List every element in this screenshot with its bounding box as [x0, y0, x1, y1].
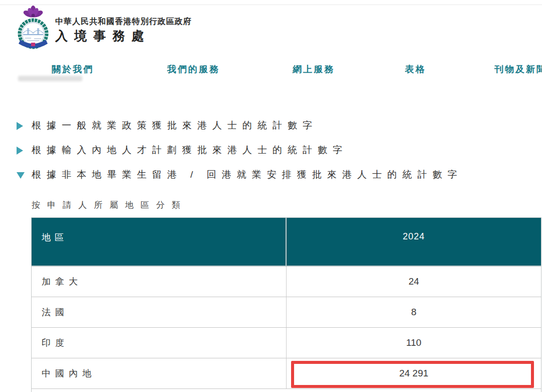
nav-item-forms[interactable]: 表格	[405, 63, 426, 75]
section-general-employment-policy[interactable]: 根據一般就業政策獲批來港人士的統計數字	[17, 119, 318, 132]
table-row-india: 印度 110	[32, 328, 541, 358]
table-caption: 按申請人所屬地區分類	[32, 199, 187, 211]
table-row-mainland-china: 中國內地 24 291	[32, 358, 541, 389]
logo-bauhinia-flower	[23, 6, 44, 19]
value-cell: 8	[287, 297, 541, 327]
region-cell: 印度	[32, 328, 287, 358]
region-cell: 加拿大	[32, 267, 287, 297]
region-cell: 中國內地	[32, 358, 287, 388]
top-divider	[0, 5, 542, 5]
department-name: 入境事務處	[55, 28, 151, 44]
section-label: 根據一般就業政策獲批來港人士的統計數字	[32, 119, 318, 132]
nav-item-our-services[interactable]: 我們的服務	[167, 63, 220, 75]
value-cell: 110	[287, 328, 541, 358]
faded-breadcrumb	[18, 76, 82, 81]
logo-disc	[22, 23, 44, 45]
immd-statistics-page: { "header": { "gov_title": "中華人民共和國香港特別行…	[0, 0, 542, 392]
statistics-table: 地區 2024 加拿大 24 法國 8 印度 110 中國內地 24 291	[31, 217, 541, 392]
immd-department-logo-icon[interactable]	[15, 6, 51, 51]
value-cell: 24 291	[287, 358, 541, 388]
triangle-right-icon	[17, 122, 23, 130]
table-row-partial	[32, 389, 541, 391]
logo-ribbon-knot	[31, 43, 35, 46]
region-cell: 法國	[32, 297, 287, 327]
column-header-2024: 2024	[287, 218, 541, 266]
table-row-canada: 加拿大 24	[32, 267, 541, 297]
value-cell: 24	[287, 267, 541, 297]
column-header-region: 地區	[32, 218, 287, 266]
government-title: 中華人民共和國香港特別行政區政府	[55, 17, 192, 27]
nav-item-online-services[interactable]: 網上服務	[293, 63, 335, 75]
nav-item-about-us[interactable]: 關於我們	[52, 63, 94, 75]
table-header-row: 地區 2024	[32, 218, 541, 267]
table-row-france: 法國 8	[32, 297, 541, 328]
nav-item-publications-news[interactable]: 刊物及新聞	[494, 63, 542, 75]
section-label: 根據輸入內地人才計劃獲批來港人士的統計數字	[32, 144, 348, 157]
section-mainland-talents-scheme[interactable]: 根據輸入內地人才計劃獲批來港人士的統計數字	[17, 144, 348, 157]
section-label: 根據非本地畢業生留港 / 回港就業安排獲批來港人士的統計數字	[32, 168, 463, 181]
triangle-right-icon	[17, 147, 23, 155]
section-non-local-graduates-expanded[interactable]: 根據非本地畢業生留港 / 回港就業安排獲批來港人士的統計數字	[17, 168, 463, 181]
triangle-down-icon	[17, 172, 25, 179]
